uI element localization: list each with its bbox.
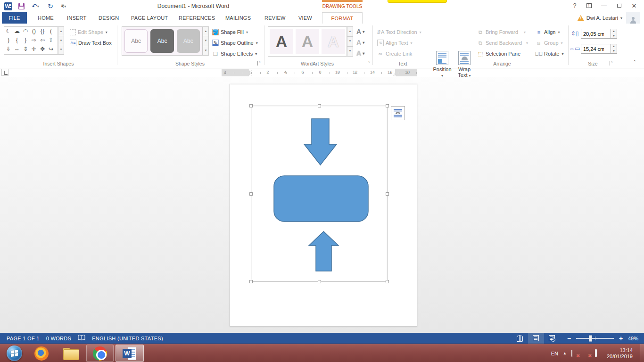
tab-review[interactable]: REVIEW [259,12,291,24]
resize-handle-e[interactable] [386,192,389,196]
tab-home[interactable]: HOME [32,12,59,24]
action-center-flag-icon[interactable] [583,350,590,357]
show-desktop-button[interactable] [640,344,644,362]
help-button[interactable]: ? [569,1,581,10]
shape-fill-button[interactable]: 🪣 Shape Fill▾ [212,27,248,37]
collapse-ribbon-button[interactable]: ⌃ [633,59,636,65]
shape-left-right-arrow[interactable]: ⇔ [13,45,21,54]
up-arrow-shape[interactable] [308,231,339,272]
right-indent-marker[interactable] [393,72,396,76]
web-layout-button[interactable] [544,333,560,344]
indent-markers[interactable] [248,69,253,76]
shape-width-input[interactable] [581,44,611,54]
send-backward-button[interactable]: ⧉ Send Backward▾ [477,38,528,48]
taskbar-word-button[interactable]: W [116,345,144,362]
gallery-more-icon[interactable]: ▼ [58,45,64,55]
rounded-rectangle-shape[interactable] [273,175,369,222]
close-button[interactable]: ✕ [628,1,640,10]
scroll-up-icon[interactable]: ▲ [203,26,209,36]
shape-style-1[interactable]: Abc [124,29,148,53]
shape-right-arrow[interactable]: ⇨ [30,36,38,45]
shape-left-bracket[interactable]: ( [47,27,55,36]
taskbar-firefox-button[interactable] [31,345,52,362]
resize-handle-se[interactable] [386,280,389,283]
align-text-button[interactable]: ⇅ Align Text▾ [377,38,413,48]
text-effects-button[interactable]: A▾ [356,49,371,58]
shape-width-spinner[interactable]: ▲▼ [611,44,617,54]
zoom-slider[interactable] [576,338,614,339]
taskbar-explorer-button[interactable] [60,345,81,362]
scroll-down-icon[interactable]: ▼ [203,36,209,46]
document-page[interactable] [230,84,417,327]
shape-cloud[interactable]: ☁ [13,27,21,36]
create-link-button[interactable]: ∞ Create Link [377,49,412,59]
shape-double-bracket[interactable]: () [30,27,38,36]
shape-down-arrow[interactable]: ⇩ [4,45,13,54]
shape-height-spinner[interactable]: ▲▼ [611,29,617,39]
shape-up-arrow[interactable]: ⇧ [47,36,55,45]
word-count[interactable]: 0 WORDS [46,336,71,341]
language-tray-indicator[interactable]: EN [551,351,558,356]
shape-styles-scroll[interactable]: ▲▼▼ [203,26,209,56]
scroll-down-icon[interactable]: ▼ [58,36,64,46]
insert-shapes-scroll[interactable]: ▲▼▼ [58,26,64,55]
tab-references[interactable]: REFERENCES [173,12,221,24]
network-icon[interactable] [595,350,602,357]
insert-shapes-gallery[interactable]: ☾☁◠(){}(){}⇨⇦⇧⇩⇔⇕✛✥↪ [4,26,58,55]
gallery-more-icon[interactable]: ▼ [203,46,209,56]
show-hidden-icons-button[interactable]: ▲ [563,351,567,355]
zoom-level[interactable]: 49% [628,336,638,341]
ribbon-display-options-button[interactable] [583,1,595,10]
tab-selector[interactable] [1,69,8,76]
document-area[interactable] [0,77,644,333]
resize-handle-ne[interactable] [386,104,389,107]
tab-design[interactable]: DESIGN [93,12,124,24]
account-area[interactable]: Dwi A. Lestari ▾ [578,13,622,23]
print-layout-button[interactable] [528,333,544,344]
resize-handle-nw[interactable] [249,104,253,107]
shape-arc[interactable]: ◠ [21,27,30,36]
taskbar-chrome-button[interactable] [86,345,114,362]
shape-styles-gallery[interactable]: Abc Abc Abc [122,26,203,56]
zoom-slider-thumb[interactable] [589,335,592,342]
wordart-dialog-launcher[interactable] [367,61,372,66]
shape-styles-dialog-launcher[interactable] [257,61,262,66]
wordart-style-1[interactable]: A [270,29,293,54]
scroll-down-icon[interactable]: ▼ [347,37,353,47]
shape-quad-arrow-callout[interactable]: ✥ [38,45,47,54]
resize-handle-w[interactable] [249,192,253,196]
shape-outline-button[interactable]: ✎ Shape Outline▾ [212,38,258,48]
wordart-style-2[interactable]: A [296,29,319,54]
page-indicator[interactable]: PAGE 1 OF 1 [7,336,40,341]
language-indicator[interactable]: ENGLISH (UNITED STATES) [92,336,163,341]
rotate-button[interactable]: ◢⃕ Rotate▾ [536,49,563,59]
wordart-gallery[interactable]: A A A [268,26,347,57]
shape-height-input[interactable] [581,29,611,39]
selection-pane-button[interactable]: ⬚ Selection Pane [477,49,520,59]
horizontal-ruler[interactable]: 2 2 4 6 8 10 12 14 16 18 [222,69,417,76]
resize-handle-s[interactable] [318,280,321,283]
shape-right-bracket[interactable]: ) [4,36,13,45]
shape-up-down-arrow[interactable]: ⇕ [21,45,30,54]
shape-quad-arrow[interactable]: ✛ [30,45,38,54]
scroll-up-icon[interactable]: ▲ [347,26,353,37]
down-arrow-shape[interactable] [304,118,338,166]
tab-insert[interactable]: INSERT [61,12,92,24]
align-button[interactable]: ≡ Align▾ [536,27,560,37]
shape-style-3[interactable]: Abc [177,29,200,53]
scroll-up-icon[interactable]: ▲ [58,26,64,36]
bring-forward-button[interactable]: ⧉ Bring Forward▾ [477,27,526,37]
text-fill-button[interactable]: A▾ [356,27,371,36]
volume-muted-icon[interactable] [571,350,578,357]
shape-left-arrow[interactable]: ⇦ [38,36,47,45]
shape-left-brace[interactable]: { [13,36,21,45]
text-outline-button[interactable]: A▾ [356,38,371,47]
avatar[interactable] [626,12,640,24]
size-dialog-launcher[interactable] [610,61,614,66]
layout-options-button[interactable] [391,106,405,120]
tab-format[interactable]: FORMAT [322,12,363,24]
read-mode-button[interactable] [512,333,528,344]
text-direction-button[interactable]: ⇵A Text Direction▾ [377,27,421,37]
zoom-in-button[interactable]: + [618,335,624,342]
shape-right-brace[interactable]: } [21,36,30,45]
